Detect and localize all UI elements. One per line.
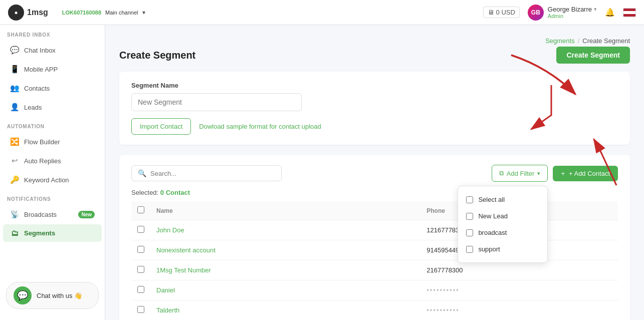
flag-icon[interactable] <box>623 8 636 17</box>
page-title: Create Segment <box>119 50 195 61</box>
filter-dropdown-wrapper: ⧉ Add Filter ▾ Select all <box>492 165 548 182</box>
chat-bubble-icon: 💬 <box>14 286 32 304</box>
segment-name-label: Segment Name <box>131 82 618 89</box>
download-sample-link[interactable]: Dowload sample format for contact upload <box>199 123 321 130</box>
table-toolbar: 🔍 ⧉ Add Filter ▾ <box>131 165 618 182</box>
breadcrumb-parent[interactable]: Segments <box>545 37 575 45</box>
row-checkbox[interactable] <box>137 266 144 273</box>
import-contact-button[interactable]: Import Contact <box>131 118 191 135</box>
mobile-app-icon: 📱 <box>10 65 19 74</box>
channel-selector[interactable]: LOK607160088 Main channel ▾ <box>60 9 145 16</box>
row-checkbox[interactable] <box>137 306 144 313</box>
row-name[interactable]: John Doe <box>150 220 420 240</box>
filter-option-label: Select all <box>478 196 505 203</box>
row-checkbox-cell[interactable] <box>131 240 150 260</box>
sidebar-item-keyword-action[interactable]: 🔑 Keyword Action <box>3 171 102 189</box>
usd-amount: 0 USD <box>496 9 515 16</box>
filter-checkbox-broadcast[interactable] <box>466 229 473 236</box>
notifications-label: NOTIFICATIONS <box>0 189 105 205</box>
row-checkbox[interactable] <box>137 226 144 233</box>
usd-balance[interactable]: 🖥 0 USD <box>483 7 520 18</box>
row-checkbox[interactable] <box>137 246 144 253</box>
sidebar-item-broadcasts[interactable]: 📡 Broadcasts New <box>3 205 102 223</box>
sidebar-item-label: Segments <box>24 229 55 237</box>
chat-widget[interactable]: 💬 Chat with us 👋 <box>6 282 99 309</box>
filter-dropdown: Select all New Lead broadcast <box>458 186 548 263</box>
user-name: George Bizarre <box>548 6 592 13</box>
table-row: 1Msg Test Number 2167778300 <box>131 260 618 280</box>
row-checkbox-cell[interactable] <box>131 260 150 280</box>
select-all-header <box>131 201 150 220</box>
chat-inbox-icon: 💬 <box>10 46 19 55</box>
filter-option-support[interactable]: support <box>458 241 547 257</box>
sidebar-item-label: Keyword Action <box>24 176 69 184</box>
sidebar-item-auto-replies[interactable]: ↩ Auto Replies <box>3 152 102 170</box>
select-all-checkbox[interactable] <box>137 206 144 213</box>
table-row: Daniel •••••••••• <box>131 280 618 300</box>
sidebar-item-leads[interactable]: 👤 Leads <box>3 98 102 116</box>
topbar-right: 🖥 0 USD GB George Bizarre ▾ Admin 🔔 <box>483 5 636 21</box>
top-row: Segments / Create Segment <box>119 37 630 45</box>
chat-widget-label: Chat with us 👋 <box>37 292 82 299</box>
sidebar-item-label: Broadcasts <box>24 211 57 218</box>
sidebar: SHARED INBOX 💬 Chat Inbox 📱 Mobile APP 👥… <box>0 25 105 320</box>
bell-icon[interactable]: 🔔 <box>605 8 615 17</box>
sidebar-item-chat-inbox[interactable]: 💬 Chat Inbox <box>3 41 102 59</box>
row-checkbox-cell[interactable] <box>131 280 150 300</box>
row-name[interactable]: Daniel <box>150 280 420 300</box>
sidebar-item-label: Chat Inbox <box>24 47 56 54</box>
broadcasts-icon: 📡 <box>10 210 19 219</box>
sidebar-item-flow-builder[interactable]: 🔀 Flow Builder <box>3 133 102 151</box>
sidebar-item-label: Contacts <box>24 85 50 92</box>
logo: ● 1msg <box>8 5 48 21</box>
add-contact-button[interactable]: + + Add Contact <box>553 166 618 181</box>
col-name: Name <box>150 201 420 220</box>
row-checkbox-cell[interactable] <box>131 220 150 240</box>
row-name[interactable]: Talderth <box>150 300 420 321</box>
add-filter-button[interactable]: ⧉ Add Filter ▾ <box>492 165 548 182</box>
chat-widget-emoji: 👋 <box>74 292 82 299</box>
filter-option-select-all[interactable]: Select all <box>458 191 547 208</box>
user-info[interactable]: GB George Bizarre ▾ Admin <box>528 5 597 21</box>
filter-option-broadcast[interactable]: broadcast <box>458 224 547 241</box>
create-segment-button[interactable]: Create Segment <box>556 47 630 64</box>
sidebar-item-segments[interactable]: 🗂 Segments <box>3 224 102 242</box>
row-name[interactable]: Nonexistent account <box>150 240 420 260</box>
row-phone: 2167778300 <box>420 260 618 280</box>
filter-option-label: support <box>478 245 500 253</box>
search-input[interactable] <box>150 170 275 177</box>
page-header: Create Segment Create Segment <box>119 47 630 64</box>
search-icon: 🔍 <box>138 169 146 177</box>
table-section: 🔍 ⧉ Add Filter ▾ <box>119 155 630 320</box>
automation-label: AUTOMATION <box>0 117 105 132</box>
user-details: George Bizarre ▾ Admin <box>548 6 597 19</box>
segment-name-input[interactable] <box>131 93 302 111</box>
plus-icon: + <box>561 170 565 177</box>
user-role: Admin <box>548 13 597 19</box>
breadcrumb: Segments / Create Segment <box>545 37 630 45</box>
filter-option-new-lead[interactable]: New Lead <box>458 208 547 224</box>
row-checkbox[interactable] <box>137 286 144 293</box>
monitor-icon: 🖥 <box>488 9 494 16</box>
row-name[interactable]: 1Msg Test Number <box>150 260 420 280</box>
row-phone: •••••••••• <box>420 300 618 321</box>
contacts-icon: 👥 <box>10 84 19 93</box>
row-checkbox-cell[interactable] <box>131 300 150 321</box>
breadcrumb-separator: / <box>578 37 580 45</box>
flow-builder-icon: 🔀 <box>10 137 19 146</box>
broadcasts-badge: New <box>78 211 95 218</box>
selected-count: 0 Contact <box>160 189 190 196</box>
main-area: SHARED INBOX 💬 Chat Inbox 📱 Mobile APP 👥… <box>0 25 644 320</box>
filter-option-label: New Lead <box>478 212 508 220</box>
channel-chevron: ▾ <box>142 9 145 16</box>
sidebar-item-label: Leads <box>24 104 42 111</box>
sidebar-item-mobile-app[interactable]: 📱 Mobile APP <box>3 60 102 78</box>
sidebar-item-label: Flow Builder <box>24 138 60 146</box>
filter-checkbox-select-all[interactable] <box>466 196 473 203</box>
app-container: ● 1msg LOK607160088 Main channel ▾ 🖥 0 U… <box>0 0 644 320</box>
sidebar-item-contacts[interactable]: 👥 Contacts <box>3 79 102 97</box>
filter-checkbox-support[interactable] <box>466 246 473 253</box>
logo-text: 1msg <box>27 8 48 17</box>
table-row: Talderth •••••••••• <box>131 300 618 321</box>
filter-checkbox-new-lead[interactable] <box>466 213 473 220</box>
